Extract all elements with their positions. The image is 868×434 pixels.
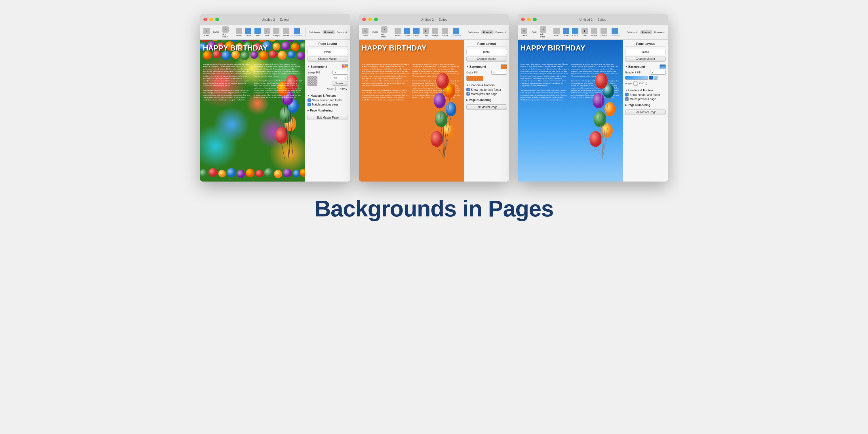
show-header-checkbox-1[interactable] (308, 98, 311, 102)
show-header-checkbox-3[interactable] (625, 93, 628, 96)
chart-btn-2[interactable]: Chart (412, 27, 421, 37)
comment-btn-3[interactable]: Comment (609, 27, 621, 37)
stop-1[interactable] (649, 76, 653, 80)
document-btn-3[interactable]: Document (653, 30, 666, 34)
insert-btn-3[interactable]: Insert (552, 27, 561, 37)
media-btn-3[interactable]: Media (599, 27, 608, 37)
text-btn-3[interactable]: TText (580, 27, 589, 37)
match-previous-checkbox-3[interactable] (625, 97, 628, 101)
table-btn[interactable]: Table (244, 27, 252, 37)
sidebar-1-master-section: Blank Change Master (308, 49, 348, 62)
maximize-button-3[interactable] (533, 18, 537, 21)
match-previous-checkbox-1[interactable] (308, 103, 311, 106)
insert-btn-2[interactable]: Insert (394, 27, 402, 37)
zoom-btn-2[interactable]: 106% (370, 30, 379, 34)
gradient-fill-dropdown-3[interactable]: ▼ (650, 70, 666, 74)
orange-swatch-2[interactable] (466, 76, 483, 81)
change-master-btn-3[interactable]: Change Master (625, 56, 666, 62)
comment-btn-2[interactable]: Comment (450, 27, 462, 37)
change-master-btn-1[interactable]: Change Master (308, 56, 348, 62)
media-btn-2[interactable]: Media (440, 27, 449, 37)
image-fill-dropdown-1[interactable]: ▼ (333, 70, 348, 74)
shape-btn-2[interactable]: Shape (431, 27, 440, 37)
window-2-canvas[interactable]: HAPPY BIRTHDAY Lorem ipsum dolor sit ame… (359, 40, 464, 182)
document-btn-2[interactable]: Document (494, 30, 507, 34)
change-master-btn-2[interactable]: Change Master (466, 56, 507, 62)
chart-btn-3[interactable]: Chart (571, 27, 580, 37)
media-btn[interactable]: Media (282, 27, 290, 37)
minimize-button-3[interactable] (527, 18, 531, 21)
edit-master-btn-2[interactable]: Edit Master Page (466, 104, 507, 110)
gradient-preview-3[interactable] (625, 76, 648, 80)
toolbar-sep-3-1 (550, 28, 550, 37)
bottom-title: Backgrounds in Pages (315, 190, 553, 230)
chart-btn[interactable]: Chart (253, 27, 262, 37)
svg-rect-57 (342, 66, 343, 67)
zoom-btn-3[interactable]: 106% (529, 30, 538, 34)
stop-2[interactable] (654, 76, 657, 80)
image-fill-label-1: Image Fill (308, 71, 320, 74)
scale-row-1: Scale 100% (308, 87, 348, 91)
pn-triangle-3: ▶ (625, 104, 627, 106)
maximize-button-2[interactable] (374, 18, 378, 21)
edit-master-btn-3[interactable]: Edit Master Page (625, 110, 666, 115)
sidebar-2-hf-section: ▼ Headers & Footers Show header and foot… (466, 84, 507, 96)
angle-steppers[interactable]: ▲ ▼ (645, 82, 647, 86)
choose-btn-1[interactable]: Choose... (332, 81, 348, 86)
view-btn-2[interactable]: ⊞View (361, 27, 370, 37)
windows-section: Untitled 2 — Edited ⊞View 106% +Add Page… (0, 0, 868, 190)
svg-point-71 (594, 111, 606, 127)
collaborate-btn-2[interactable]: Collaborate (467, 30, 480, 34)
svg-point-31 (278, 51, 286, 60)
zoom-btn[interactable]: 106% (212, 30, 220, 34)
collaborate-btn-3[interactable]: Collaborate (625, 30, 639, 34)
tile-dropdown-1[interactable]: Tile ▼ (332, 76, 347, 80)
svg-point-9 (286, 40, 295, 42)
text-btn-2[interactable]: TText (422, 27, 430, 37)
close-button-2[interactable] (362, 18, 366, 21)
add-page-btn-3[interactable]: +Add Page (539, 26, 548, 38)
color-fill-dropdown-2[interactable]: ▼ (491, 70, 507, 74)
window-2-title: Untitled 2 — Edited (421, 18, 447, 21)
bg-triangle-1: ▼ (308, 65, 310, 68)
document-btn[interactable]: Document (336, 30, 348, 34)
angle-circle-3[interactable] (633, 81, 638, 86)
close-button[interactable] (204, 18, 207, 21)
format-btn[interactable]: Format (322, 30, 335, 34)
match-previous-checkbox-2[interactable] (466, 92, 470, 96)
table-btn-2[interactable]: Table (403, 27, 411, 37)
add-page-btn[interactable]: +Add Page (221, 26, 230, 38)
scale-input-1[interactable]: 100% (335, 87, 348, 91)
add-page-btn-2[interactable]: +Add Page (380, 26, 389, 38)
sidebar-2-bg-section: ▼ Background Color Fill ▼ (466, 64, 507, 81)
minimize-button[interactable] (209, 18, 213, 21)
maximize-button[interactable] (215, 18, 219, 21)
bg-label-1: Background (311, 65, 327, 68)
svg-point-38 (237, 170, 245, 178)
comment-btn[interactable]: Comment (291, 27, 303, 37)
show-header-checkbox-2[interactable] (466, 88, 470, 91)
table-btn-3[interactable]: Table (562, 27, 570, 37)
shape-btn[interactable]: Shape (272, 27, 281, 37)
view-btn-3[interactable]: ⊞View (520, 27, 528, 37)
toolbar-group-3-right: Collaborate Format Document (625, 30, 666, 34)
svg-point-39 (246, 169, 254, 178)
collaborate-btn[interactable]: Collaborate (308, 30, 322, 34)
window-1-canvas[interactable]: HAPPY BIRTHDAY Lorem ipsum dolor sit ame… (200, 40, 305, 182)
format-btn-2[interactable]: Format (482, 30, 494, 34)
text-btn[interactable]: TText (263, 27, 271, 37)
edit-master-btn-1[interactable]: Edit Master Page (308, 115, 348, 120)
svg-point-69 (589, 131, 602, 147)
format-btn-3[interactable]: Format (640, 30, 652, 34)
window-3-canvas[interactable]: HAPPY BIRTHDAY Lorem ipsum dolor sit ame… (518, 40, 623, 182)
svg-rect-60 (346, 66, 348, 67)
minimize-button-2[interactable] (368, 18, 372, 21)
show-header-row-3: Show header and footer (625, 93, 666, 96)
hf-label-3: Headers & Footers (628, 89, 654, 92)
shape-btn-3[interactable]: Shape (590, 27, 598, 37)
bg-triangle-2: ▼ (466, 65, 469, 68)
close-button-3[interactable] (521, 18, 525, 21)
sidebar-2-color-fill-row: Color Fill ▼ (466, 70, 507, 74)
view-btn[interactable]: ⊞View (202, 27, 211, 37)
insert-btn[interactable]: Insert (235, 27, 243, 37)
